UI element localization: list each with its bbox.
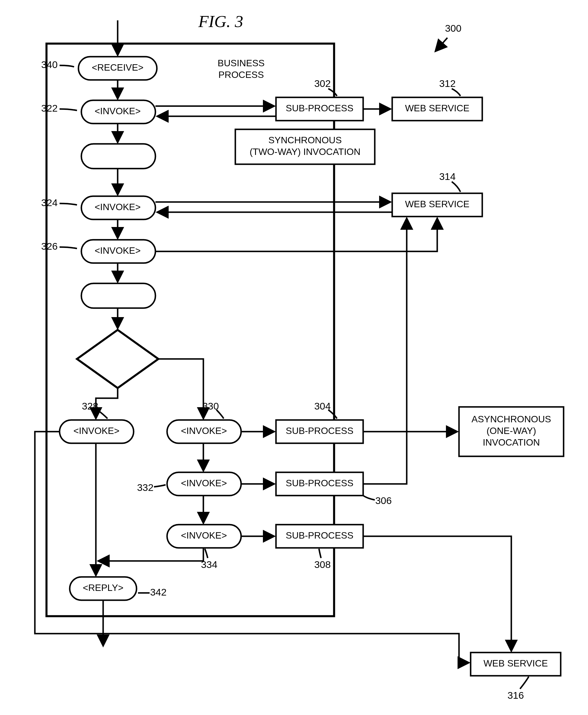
ref-332: 332 — [137, 482, 154, 493]
receive-text: <RECEIVE> — [92, 62, 144, 73]
ref-306-leader — [363, 495, 375, 500]
ref-312-leader — [452, 89, 460, 96]
ref-328: 328 — [82, 401, 99, 412]
figure-diagram: FIG. 3 300 BUSINESS PROCESS <RECEIVE> 34… — [0, 0, 588, 715]
arrow-306-314 — [363, 219, 407, 484]
subprocess-306-text: SUB-PROCESS — [286, 478, 354, 488]
ref-340: 340 — [41, 59, 58, 70]
ref-306: 306 — [375, 495, 392, 506]
async-l1: ASYNCHRONOUS — [471, 414, 551, 424]
reply-text: <REPLY> — [83, 583, 124, 593]
webservice-316-text: WEB SERVICE — [483, 658, 548, 669]
ref-300: 300 — [445, 23, 462, 34]
ref-316-leader — [520, 677, 529, 689]
subprocess-308-text: SUB-PROCESS — [286, 530, 354, 540]
invoke-326-text: <INVOKE> — [95, 245, 141, 256]
ref-324: 324 — [41, 197, 58, 208]
ref-314-leader — [452, 182, 460, 192]
invoke-334-text: <INVOKE> — [181, 530, 227, 540]
async-l2: (ONE-WAY) — [487, 426, 536, 436]
subprocess-304-text: SUB-PROCESS — [286, 426, 354, 436]
sync-inv-l1: SYNCHRONOUS — [269, 135, 342, 145]
figure-title: FIG. 3 — [198, 12, 244, 31]
ref-316: 316 — [507, 690, 524, 701]
webservice-312-text: WEB SERVICE — [405, 103, 469, 114]
ref-312: 312 — [439, 78, 456, 89]
invoke-330-text: <INVOKE> — [181, 426, 227, 436]
business-process-label-1: BUSINESS — [217, 58, 265, 68]
webservice-314-text: WEB SERVICE — [405, 199, 469, 209]
invoke-328-text: <INVOKE> — [74, 426, 120, 436]
blank-node-2 — [81, 283, 155, 308]
ref-342: 342 — [150, 587, 167, 597]
invoke-322-text: <INVOKE> — [95, 106, 141, 116]
ref-308: 308 — [314, 559, 331, 570]
ref-326: 326 — [41, 241, 58, 252]
subprocess-302-text: SUB-PROCESS — [286, 103, 354, 114]
blank-node-1 — [81, 144, 155, 168]
invoke-332-text: <INVOKE> — [181, 478, 227, 488]
async-l3: INVOCATION — [483, 437, 540, 448]
invoke-324-text: <INVOKE> — [95, 202, 141, 212]
sync-inv-l2: (TWO-WAY) INVOCATION — [250, 146, 360, 157]
ref-322: 322 — [41, 103, 58, 114]
ref-314: 314 — [439, 171, 456, 182]
business-process-label-2: PROCESS — [218, 69, 264, 80]
ref-302: 302 — [314, 78, 331, 89]
ref-300-leader — [436, 38, 447, 51]
